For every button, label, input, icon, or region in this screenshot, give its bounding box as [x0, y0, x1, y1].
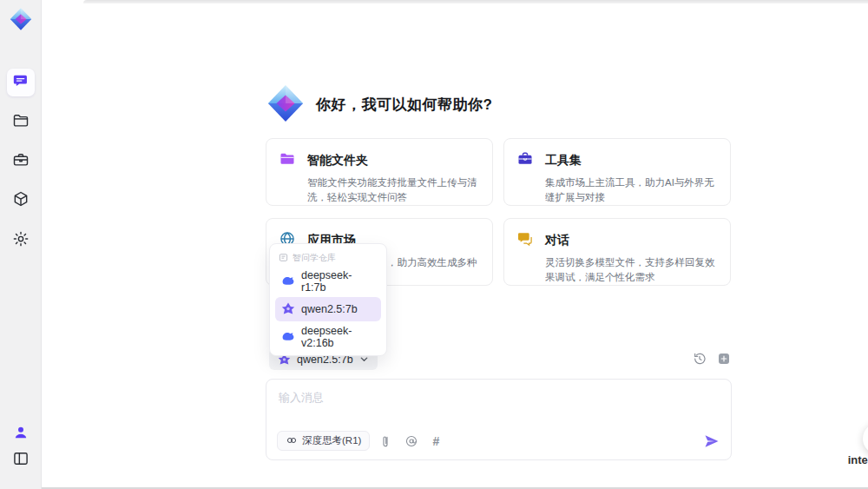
card-toolset[interactable]: 工具集 集成市场上主流工具，助力AI与外界无缝扩展与对接: [503, 138, 731, 206]
attachment-icon[interactable]: [380, 434, 394, 448]
deep-think-toggle[interactable]: 深度思考(R1): [277, 431, 370, 451]
card-title: 智能文件夹: [307, 153, 368, 169]
send-icon: [703, 433, 720, 450]
sidebar-item-settings[interactable]: [7, 227, 35, 254]
chat-icon: [12, 72, 30, 93]
window-top-edge: [83, 0, 868, 3]
deepseek-icon: [281, 274, 295, 290]
layout-panel-icon: [12, 450, 30, 471]
deepseek-icon: [281, 329, 295, 346]
download-button[interactable]: [863, 423, 868, 454]
greeting-title: 你好，我可以如何帮助你?: [316, 95, 492, 115]
assistant-logo-icon: [266, 83, 306, 125]
model-group-label: 智问学仓库: [293, 252, 336, 264]
send-button[interactable]: [703, 433, 720, 450]
model-option-label: qwen2.5:7b: [301, 303, 358, 315]
model-group-header: 智问学仓库: [270, 248, 386, 266]
composer: 深度思考(R1) #: [266, 379, 732, 460]
repository-icon: [279, 253, 288, 264]
model-option-label: deepseek-v2:16b: [301, 325, 375, 349]
gear-icon: [12, 230, 30, 251]
sidebar-item-folders[interactable]: [7, 109, 35, 136]
sidebar-item-account[interactable]: [7, 420, 35, 448]
sidebar-item-collapse[interactable]: [7, 446, 35, 474]
main-area: 你好，我可以如何帮助你? 智能文件夹 智能文件夹功能支持批量文件上传与清洗，轻松…: [42, 0, 868, 489]
card-title: 对话: [545, 233, 569, 248]
smart-folder-icon: [279, 150, 296, 171]
conversation-actions: [693, 352, 731, 366]
intel-logo-text: intel: [848, 453, 868, 466]
greeting: 你好，我可以如何帮助你?: [266, 83, 492, 125]
ultra-logo-text: Ultra: [842, 467, 868, 474]
cube-icon: [12, 190, 30, 211]
message-input[interactable]: [266, 380, 731, 420]
mention-icon[interactable]: [404, 434, 418, 448]
sidebar-item-chat[interactable]: [7, 69, 35, 96]
card-dialog[interactable]: 对话 灵活切换多模型文件，支持多样回复效果调试，满足个性化需求: [503, 218, 731, 286]
model-option-qwen[interactable]: qwen2.5:7b: [275, 297, 381, 321]
card-desc: 智能文件夹功能支持批量文件上传与清洗，轻松实现文件问答: [307, 175, 480, 206]
hash-icon[interactable]: #: [429, 434, 443, 448]
sidebar-item-toolbox[interactable]: [7, 148, 35, 175]
composer-toolbar: 深度思考(R1) #: [277, 431, 720, 451]
model-option-deepseek-r1[interactable]: deepseek-r1:7b: [275, 269, 381, 294]
model-dropdown: 智问学仓库 deepseek-r1:7b qwen2.5:7b deepseek…: [269, 243, 387, 356]
dialog-icon: [516, 230, 534, 251]
sidebar-item-models[interactable]: [7, 187, 35, 215]
card-desc: 集成市场上主流工具，助力AI与外界无缝扩展与对接: [545, 175, 718, 206]
app-logo-icon: [9, 7, 33, 38]
card-desc: 灵活切换多模型文件，支持多样回复效果调试，满足个性化需求: [545, 255, 718, 286]
folder-icon: [12, 112, 30, 133]
intel-core-badge: intel core Ultra: [842, 454, 868, 475]
deep-think-label: 深度思考(R1): [302, 434, 361, 447]
model-option-label: deepseek-r1:7b: [301, 269, 375, 294]
toolset-icon: [516, 150, 534, 171]
briefcase-icon: [12, 151, 30, 172]
sidebar: [0, 0, 42, 489]
user-icon: [12, 424, 30, 445]
history-icon[interactable]: [693, 352, 707, 366]
qwen-icon: [281, 301, 295, 318]
model-option-deepseek-v2[interactable]: deepseek-v2:16b: [275, 325, 381, 349]
card-smart-folder[interactable]: 智能文件夹 智能文件夹功能支持批量文件上传与清洗，轻松实现文件问答: [266, 138, 493, 206]
new-chat-icon[interactable]: [717, 352, 731, 366]
app-window: 你好，我可以如何帮助你? 智能文件夹 智能文件夹功能支持批量文件上传与清洗，轻松…: [0, 0, 868, 489]
deep-think-icon: [286, 434, 298, 448]
card-title: 工具集: [545, 153, 582, 169]
